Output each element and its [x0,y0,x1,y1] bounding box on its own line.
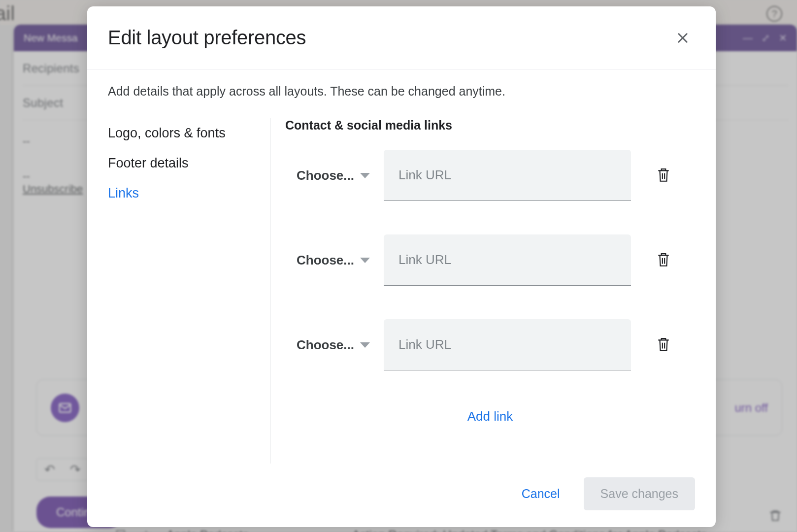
close-button[interactable] [670,26,695,50]
cancel-button[interactable]: Cancel [512,479,570,509]
link-row: Choose... [285,234,695,286]
delete-link-button[interactable] [654,166,673,185]
dialog-title: Edit layout preferences [108,27,306,49]
sidebar-item-links[interactable]: Links [108,178,258,208]
trash-icon [657,168,670,183]
link-url-input[interactable] [384,150,631,201]
sidebar-item-footer-details[interactable]: Footer details [108,148,258,178]
dialog-header: Edit layout preferences [87,6,716,69]
link-url-input[interactable] [384,319,631,370]
trash-icon [657,337,670,352]
link-choose-label: Choose... [297,337,354,353]
save-changes-button[interactable]: Save changes [584,477,695,510]
dialog-sidebar: Logo, colors & fonts Footer details Link… [108,118,270,464]
dialog-subtitle: Add details that apply across all layout… [87,69,716,118]
link-row: Choose... [285,319,695,370]
delete-link-button[interactable] [654,250,673,270]
link-choose-label: Choose... [297,253,354,268]
link-choose-label: Choose... [297,168,354,183]
dialog-main: Contact & social media links Choose... C… [270,118,695,464]
delete-link-button[interactable] [654,335,673,355]
chevron-down-icon [360,258,370,263]
dialog-body: Logo, colors & fonts Footer details Link… [87,118,716,464]
chevron-down-icon [360,173,370,178]
dialog-footer: Cancel Save changes [87,464,716,527]
trash-icon [657,253,670,267]
chevron-down-icon [360,342,370,348]
edit-layout-dialog: Edit layout preferences Add details that… [87,6,716,527]
add-link-button[interactable]: Add link [463,404,518,429]
link-url-input[interactable] [384,234,631,286]
sidebar-item-logo-colors-fonts[interactable]: Logo, colors & fonts [108,118,258,148]
link-type-dropdown[interactable]: Choose... [285,337,370,353]
link-type-dropdown[interactable]: Choose... [285,253,370,268]
link-row: Choose... [285,150,695,201]
close-icon [676,31,690,45]
section-title: Contact & social media links [285,118,695,133]
link-type-dropdown[interactable]: Choose... [285,168,370,183]
